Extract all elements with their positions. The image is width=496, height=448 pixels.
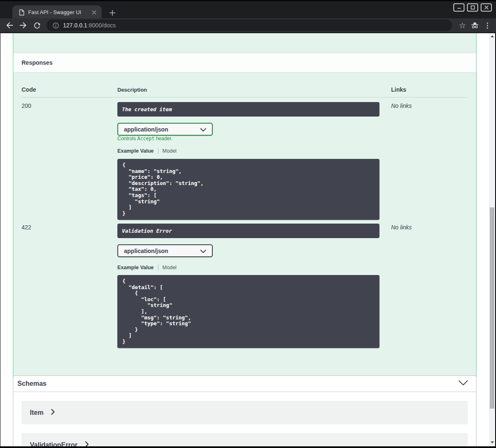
chevron-right-icon [51, 409, 55, 416]
window-controls [453, 3, 492, 12]
scrollbar-thumb[interactable] [490, 207, 494, 409]
schemas-title: Schemas [17, 380, 46, 387]
reload-icon[interactable] [31, 19, 43, 32]
tab-example-value[interactable]: Example Value [117, 148, 154, 154]
tab-example-value[interactable]: Example Value [117, 265, 154, 270]
chevron-right-icon [85, 441, 89, 447]
response-code-200: 200 [22, 102, 31, 109]
responses-section-header: Responses [13, 53, 476, 73]
scroll-up-arrow-icon[interactable] [489, 33, 495, 39]
content-type-select-422[interactable]: application/json [117, 244, 213, 257]
response-description-200: The created item [117, 102, 379, 117]
table-header-rule [22, 97, 468, 97]
browser-toolbar: 127.0.0.1:8000/docs ☆ ⋮ [0, 18, 496, 33]
menu-icon[interactable]: ⋮ [481, 19, 494, 32]
bookmark-star-icon[interactable]: ☆ [456, 19, 469, 32]
content-type-select-200[interactable]: application/json [117, 123, 213, 136]
browser-tab[interactable]: Fast API - Swagger UI [12, 5, 102, 19]
maximize-button[interactable] [467, 3, 478, 12]
tab-title: Fast API - Swagger UI [28, 10, 91, 15]
tab-divider [158, 265, 158, 270]
model-item[interactable]: Item [22, 401, 468, 424]
model-name: Item [30, 409, 44, 416]
chevron-down-icon[interactable] [459, 380, 468, 387]
browser-titlebar: Fast API - Swagger UI [0, 0, 496, 18]
tab-divider [158, 148, 158, 154]
document-icon [19, 9, 24, 16]
model-tabs-200: Example Value Model [117, 148, 177, 154]
url-host: 127.0.0.1 [63, 22, 87, 29]
column-header-description: Description [117, 87, 147, 93]
chevron-down-icon [200, 126, 206, 133]
minimize-button[interactable] [453, 3, 464, 12]
swagger-page: Responses Code Description Links 200 The… [0, 33, 495, 446]
column-header-code: Code [22, 86, 36, 93]
column-header-links: Links [391, 86, 406, 93]
tab-model[interactable]: Model [163, 265, 177, 270]
example-json-200: { "name": "string", "price": 0, "descrip… [117, 159, 379, 220]
model-name: ValidationError [30, 441, 78, 447]
url-text: 127.0.0.1:8000/docs [63, 22, 116, 29]
tab-model[interactable]: Model [163, 148, 177, 154]
model-validationerror[interactable]: ValidationError [22, 433, 468, 446]
response-code-422: 422 [22, 224, 31, 231]
back-icon[interactable] [3, 19, 16, 32]
example-json-422: { "detail": [ { "loc": [ "string" ], "ms… [117, 275, 379, 348]
forward-icon[interactable] [17, 19, 29, 32]
model-tabs-422: Example Value Model [117, 265, 177, 270]
response-description-422: Validation Error [117, 224, 379, 238]
incognito-badge-icon [469, 19, 481, 32]
post-opblock: Responses Code Description Links 200 The… [13, 33, 477, 388]
scroll-down-arrow-icon[interactable] [489, 439, 495, 446]
page-scrollbar[interactable] [489, 33, 495, 446]
controls-accept-note: Controls Accept header. [117, 136, 173, 141]
tab-close-icon[interactable] [91, 9, 97, 16]
responses-title: Responses [22, 59, 53, 66]
response-links-422: No links [391, 224, 412, 231]
url-path: :8000/docs [87, 22, 116, 29]
schemas-header[interactable]: Schemas [13, 376, 476, 392]
close-window-button[interactable] [481, 3, 492, 12]
chevron-down-icon [200, 247, 206, 255]
address-bar[interactable]: 127.0.0.1:8000/docs [46, 19, 452, 31]
site-info-icon[interactable] [51, 21, 60, 29]
schemas-section: Schemas Item ValidationError [13, 375, 477, 446]
new-tab-button[interactable] [108, 8, 117, 17]
response-links-200: No links [391, 102, 412, 109]
